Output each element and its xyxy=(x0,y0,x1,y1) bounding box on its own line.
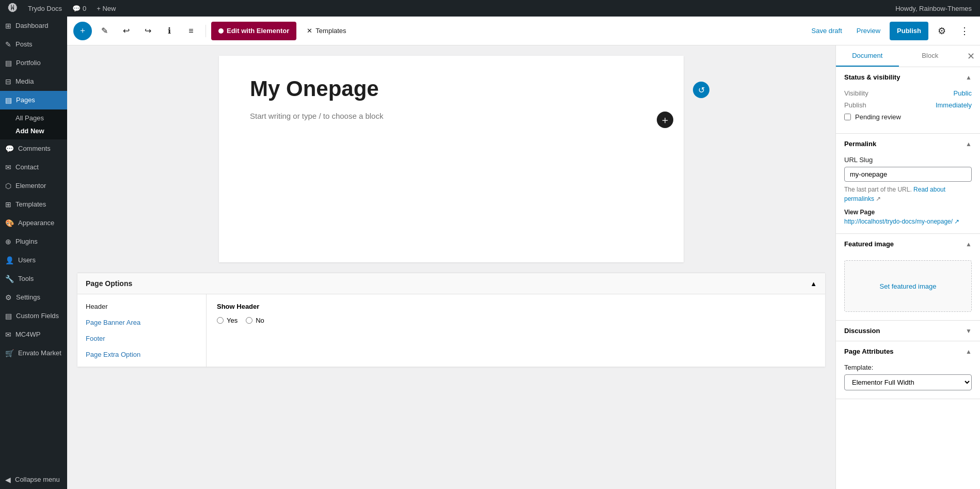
templates-button[interactable]: ✕ Templates xyxy=(299,22,353,40)
more-button[interactable]: ≡ xyxy=(182,22,200,40)
template-select[interactable]: Elementor Full Width Default Template El… xyxy=(844,374,972,390)
url-slug-input[interactable] xyxy=(844,167,972,182)
add-block-inline-button[interactable]: ＋ xyxy=(657,112,673,128)
sidebar-item-dashboard[interactable]: ⊞ Dashboard xyxy=(0,17,67,35)
sidebar-sub-add-new[interactable]: Add New xyxy=(10,124,67,137)
page-attributes-title: Page Attributes xyxy=(844,348,894,355)
radio-no-option[interactable]: No xyxy=(246,317,264,324)
more-icon: ≡ xyxy=(188,26,193,36)
page-options-footer[interactable]: Footer xyxy=(77,330,206,346)
pencil-button[interactable]: ✎ xyxy=(95,22,114,40)
sidebar-item-label: Media xyxy=(15,77,34,86)
sidebar-item-comments[interactable]: 💬 Comments xyxy=(0,139,67,158)
radio-yes-option[interactable]: Yes xyxy=(217,317,238,324)
view-page-url[interactable]: http://localhost/trydo-docs/my-onepage/ … xyxy=(844,218,972,225)
posts-icon: ✎ xyxy=(5,40,11,49)
block-tab[interactable]: Block xyxy=(899,45,962,67)
footer-link[interactable]: Footer xyxy=(86,335,105,342)
settings-gear-button[interactable]: ⚙ xyxy=(932,22,951,40)
info-button[interactable]: ℹ xyxy=(160,22,179,40)
refresh-button[interactable]: ↺ xyxy=(693,82,709,98)
page-options-page-banner-area[interactable]: Page Banner Area xyxy=(77,314,206,330)
page-title-input[interactable] xyxy=(250,76,653,101)
sidebar-item-label: Settings xyxy=(16,293,40,302)
page-options-sidebar: Header Page Banner Area Footer Page Extr… xyxy=(77,294,207,367)
more-options-button[interactable]: ⋮ xyxy=(955,22,974,40)
page-banner-area-link[interactable]: Page Banner Area xyxy=(86,319,140,326)
publish-button[interactable]: Publish xyxy=(890,22,928,40)
page-options-chevron: ▲ xyxy=(810,280,817,288)
panel-close-button[interactable]: ✕ xyxy=(961,47,980,66)
page-body-area[interactable]: Start writing or type / to choose a bloc… xyxy=(219,112,684,141)
sidebar-pages-submenu: All Pages Add New xyxy=(0,109,67,139)
url-description: The last part of the URL. Read about per… xyxy=(844,185,972,203)
admin-bar-site-title[interactable]: Trydo Docs xyxy=(24,0,66,17)
main-layout: ⊞ Dashboard ✎ Posts ▤ Portfolio ⊟ Media … xyxy=(0,17,980,489)
radio-yes-label: Yes xyxy=(227,317,238,324)
templates-x-icon: ✕ xyxy=(307,27,312,35)
right-panel: Document Block ✕ Status & visibility ▲ V… xyxy=(835,45,980,489)
discussion-header[interactable]: Discussion ▼ xyxy=(836,321,980,341)
save-draft-button[interactable]: Save draft xyxy=(807,24,847,38)
new-label: + New xyxy=(97,5,116,12)
dashboard-icon: ⊞ xyxy=(5,21,11,30)
pending-review-checkbox[interactable] xyxy=(844,114,851,120)
sidebar-item-mc4wp[interactable]: ✉ MC4WP xyxy=(0,325,67,344)
admin-bar-wp-logo[interactable]: 🅦 xyxy=(4,0,22,17)
sidebar-item-appearance[interactable]: 🎨 Appearance xyxy=(0,214,67,232)
sidebar-item-custom-fields[interactable]: ▤ Custom Fields xyxy=(0,307,67,325)
permalink-section: Permalink ▲ URL Slug The last part of th… xyxy=(836,134,980,234)
document-tab[interactable]: Document xyxy=(836,45,899,67)
publish-value[interactable]: Immediately xyxy=(936,101,972,109)
permalink-header[interactable]: Permalink ▲ xyxy=(836,134,980,154)
sidebar-item-users[interactable]: 👤 Users xyxy=(0,251,67,270)
collapse-label: Collapse menu xyxy=(15,476,60,484)
page-attributes-section: Page Attributes ▲ Template: Elementor Fu… xyxy=(836,341,980,399)
visibility-row: Visibility Public xyxy=(844,89,972,97)
status-visibility-header[interactable]: Status & visibility ▲ xyxy=(836,67,980,87)
sidebar-collapse-menu[interactable]: ◀ Collapse menu xyxy=(0,470,67,489)
sidebar-item-pages[interactable]: ▤ Pages xyxy=(0,91,67,109)
comment-count: 0 xyxy=(83,5,86,12)
page-options-header[interactable]: Page Options ▲ xyxy=(77,273,825,294)
sidebar-item-label: Contact xyxy=(15,163,39,172)
close-icon: ✕ xyxy=(967,51,975,62)
sidebar-sub-all-pages[interactable]: All Pages xyxy=(10,112,67,124)
sidebar-item-media[interactable]: ⊟ Media xyxy=(0,72,67,91)
admin-bar-right: Howdy, Rainbow-Themes xyxy=(891,5,976,12)
sidebar-item-elementor[interactable]: ⬡ Elementor xyxy=(0,177,67,195)
page-attributes-header[interactable]: Page Attributes ▲ xyxy=(836,341,980,361)
undo-button[interactable]: ↩ xyxy=(117,22,135,40)
preview-button[interactable]: Preview xyxy=(851,24,886,38)
sidebar-item-plugins[interactable]: ⊕ Plugins xyxy=(0,232,67,251)
show-header-label: Show Header xyxy=(217,303,815,310)
sidebar-item-portfolio[interactable]: ▤ Portfolio xyxy=(0,54,67,72)
radio-no-input[interactable] xyxy=(246,317,252,324)
page-options-extra-option[interactable]: Page Extra Option xyxy=(77,346,206,362)
admin-bar-new[interactable]: + New xyxy=(92,0,120,17)
edit-with-elementor-button[interactable]: Edit with Elementor xyxy=(211,22,296,40)
media-icon: ⊟ xyxy=(5,77,11,86)
sidebar-item-label: Portfolio xyxy=(16,59,41,68)
sidebar-item-contact[interactable]: ✉ Contact xyxy=(0,158,67,177)
redo-button[interactable]: ↪ xyxy=(138,22,157,40)
plus-icon: ＋ xyxy=(78,25,87,36)
page-extra-option-link[interactable]: Page Extra Option xyxy=(86,351,140,358)
sidebar-item-label: Comments xyxy=(18,145,51,153)
template-label: Template: xyxy=(844,364,972,371)
page-placeholder-text: Start writing or type / to choose a bloc… xyxy=(250,112,653,120)
discussion-title: Discussion xyxy=(844,327,880,335)
visibility-value[interactable]: Public xyxy=(954,89,972,97)
radio-yes-input[interactable] xyxy=(217,317,224,324)
set-featured-image-button[interactable]: Set featured image xyxy=(844,260,972,312)
sidebar-item-envato-market[interactable]: 🛒 Envato Market xyxy=(0,344,67,362)
add-block-button[interactable]: ＋ xyxy=(73,22,92,40)
admin-bar-comments[interactable]: 💬 0 xyxy=(68,0,90,17)
sidebar-item-tools[interactable]: 🔧 Tools xyxy=(0,270,67,288)
url-desc-text: The last part of the URL. xyxy=(844,186,912,193)
sidebar-item-posts[interactable]: ✎ Posts xyxy=(0,35,67,54)
featured-image-body: Set featured image xyxy=(836,254,980,320)
featured-image-header[interactable]: Featured image ▲ xyxy=(836,234,980,254)
sidebar-item-settings[interactable]: ⚙ Settings xyxy=(0,288,67,307)
sidebar-item-templates[interactable]: ⊞ Templates xyxy=(0,195,67,214)
